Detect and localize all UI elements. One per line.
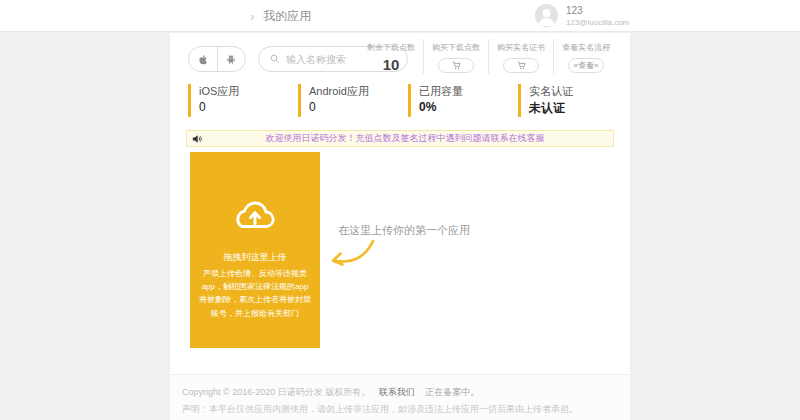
user-email: 123@luocilla.com (566, 18, 629, 27)
footer-line1: Copyright © 2016-2020 日诺码分发 版权所有。 联系我们 正… (182, 386, 630, 399)
curved-arrow-icon (325, 239, 377, 271)
breadcrumb: › 我的应用 (250, 0, 311, 32)
dropzone-warning: 严禁上传色情、反动等违规类app，触犯国家法律法规的app将被删除，累次上传者将… (199, 267, 311, 320)
upload-dropzone[interactable]: 拖拽到这里上传 严禁上传色情、反动等违规类app，触犯国家法律法规的app将被删… (190, 152, 320, 348)
chevron-right-icon: › (250, 9, 254, 24)
android-filter-button[interactable] (217, 47, 246, 71)
platform-toggle (188, 46, 246, 72)
stat-value: 0 (199, 100, 298, 114)
announcement-text: 欢迎使用日诺码分发！充值点数及签名过程中遇到问题请联系在线客服 (202, 132, 608, 145)
stat-label: 实名认证 (529, 84, 628, 98)
stat-value: 0 (309, 100, 408, 114)
view-verify-flow-label: 查看实名流程 (562, 42, 610, 53)
user-icon (535, 4, 558, 27)
copyright-text: Copyright © 2016-2020 日诺码分发 版权所有。 (182, 387, 370, 397)
top-bar: › 我的应用 123 123@luocilla.com (0, 0, 800, 32)
apple-icon (197, 53, 209, 66)
buy-points: 购买下载点数 (423, 39, 488, 74)
search-icon (270, 54, 280, 64)
stat-ios-apps: iOS应用 0 (188, 84, 298, 117)
stat-value: 未认证 (529, 100, 628, 117)
breadcrumb-my-apps[interactable]: 我的应用 (263, 8, 311, 25)
dropzone-title: 拖拽到这里上传 (190, 251, 320, 264)
android-icon (225, 53, 237, 66)
cloud-upload-icon (231, 196, 279, 236)
avatar (535, 4, 558, 27)
user-name: 123 (566, 4, 629, 18)
view-verify-flow: 查看实名流程 «查看» (553, 39, 618, 74)
remaining-points-label: 剩余下载点数 (367, 42, 415, 53)
icp-status-text: 正在备案中。 (425, 387, 479, 397)
stats-row: iOS应用 0 Android应用 0 已用容量 0% 实名认证 未认证 (188, 84, 628, 117)
contact-us-link[interactable]: 联系我们 (379, 387, 415, 397)
disclaimer-text: 声明：本平台仅供应用内测使用，请勿上传非法应用，如涉及违法上传应用一切后果由上传… (182, 403, 630, 416)
buy-cert: 购买实名证书 (488, 39, 553, 74)
buy-points-label: 购买下载点数 (432, 42, 480, 53)
ios-filter-button[interactable] (189, 47, 217, 71)
view-verify-flow-button[interactable]: «查看» (568, 58, 604, 73)
stat-label: iOS应用 (199, 84, 298, 98)
buy-cert-label: 购买实名证书 (497, 42, 545, 53)
remaining-points: 剩余下载点数 10 (359, 39, 423, 74)
user-text: 123 123@luocilla.com (566, 4, 629, 27)
points-group: 剩余下载点数 10 购买下载点数 购买实名证书 (359, 39, 618, 74)
cart-icon (517, 61, 526, 70)
stat-label: Android应用 (309, 84, 408, 98)
buy-points-button[interactable] (438, 58, 474, 73)
stat-value: 0% (419, 100, 518, 114)
user-menu[interactable]: 123 123@luocilla.com (535, 4, 629, 27)
upload-hint-text: 在这里上传你的第一个应用 (338, 223, 470, 238)
speaker-icon (192, 134, 202, 144)
cart-icon (452, 61, 461, 70)
page: › 我的应用 123 123@luocilla.com (0, 0, 800, 420)
stat-label: 已用容量 (419, 84, 518, 98)
stat-android-apps: Android应用 0 (298, 84, 408, 117)
stat-realname-verify: 实名认证 未认证 (518, 84, 628, 117)
buy-cert-button[interactable] (503, 58, 539, 73)
main-panel: 剩余下载点数 10 购买下载点数 购买实名证书 (170, 33, 630, 420)
stat-storage-used: 已用容量 0% (408, 84, 518, 117)
view-button-label: «查看» (574, 60, 599, 71)
remaining-points-value: 10 (367, 56, 415, 73)
footer: Copyright © 2016-2020 日诺码分发 版权所有。 联系我们 正… (170, 374, 630, 420)
announcement-bar: 欢迎使用日诺码分发！充值点数及签名过程中遇到问题请联系在线客服 (186, 130, 614, 147)
